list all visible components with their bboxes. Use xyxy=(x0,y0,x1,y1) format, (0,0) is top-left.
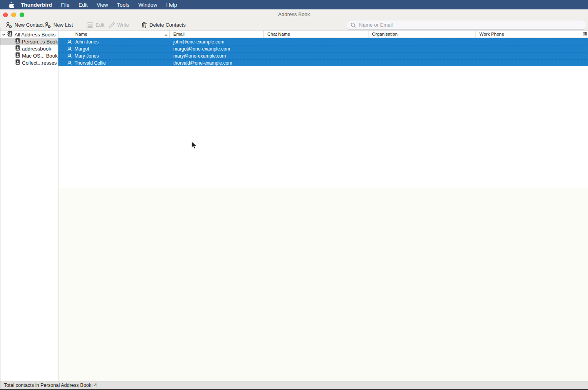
sidebar-item-label: Mac OS... Book xyxy=(22,53,58,59)
person-add-icon xyxy=(44,22,51,28)
contact-name: Thorvald Collie xyxy=(74,60,106,66)
person-icon xyxy=(67,54,72,58)
title-bar: Address Book xyxy=(0,9,588,20)
contact-row[interactable]: John Jones john@one-example.com xyxy=(58,38,588,45)
sidebar-item-label: Person...s Book xyxy=(22,39,58,45)
search-input[interactable] xyxy=(358,22,585,28)
contact-card-icon xyxy=(87,22,93,28)
search-icon xyxy=(350,22,356,28)
sidebar-item-mac-os-book[interactable]: Mac OS... Book xyxy=(0,52,58,59)
contact-organisation xyxy=(368,45,476,52)
contact-row[interactable]: Mary Jones mary@one-example.com xyxy=(58,52,588,59)
contact-organisation xyxy=(368,60,476,66)
new-list-label: New List xyxy=(53,22,73,28)
sort-ascending-icon xyxy=(164,32,168,37)
contact-name: Margot xyxy=(74,46,89,52)
delete-contacts-button[interactable]: Delete Contacts xyxy=(142,20,186,30)
contact-row[interactable]: Margot margot@one-example.com xyxy=(58,45,588,52)
sidebar-item-collected-addresses[interactable]: Collect...resses xyxy=(0,59,58,66)
table-header: Name Email Chat Name Organisation xyxy=(58,31,588,38)
contact-work-phone xyxy=(476,45,582,52)
person-icon xyxy=(67,40,72,44)
column-header-organisation[interactable]: Organisation xyxy=(368,31,476,38)
column-picker-button[interactable] xyxy=(582,31,588,38)
contact-email: mary@one-example.com xyxy=(170,52,264,59)
menu-bar: Thunderbird File Edit View Tools Window … xyxy=(0,0,588,9)
contact-chat-name xyxy=(264,52,368,59)
column-header-work-phone[interactable]: Work Phone xyxy=(476,31,582,38)
contact-list-pane: Name Email Chat Name Organisation xyxy=(58,31,588,381)
contact-chat-name xyxy=(264,38,368,45)
column-picker-icon xyxy=(583,32,588,36)
contact-row[interactable]: Thorvald Collie thorvald@one-example.com xyxy=(58,59,588,66)
address-book-icon xyxy=(15,52,20,59)
menu-item-help[interactable]: Help xyxy=(166,2,177,8)
new-list-button[interactable]: New List xyxy=(44,20,73,30)
toolbar: New Contact New List Edit xyxy=(0,20,588,31)
menu-item-tools[interactable]: Tools xyxy=(117,2,130,8)
menu-item-edit[interactable]: Edit xyxy=(78,2,87,8)
contact-email: john@one-example.com xyxy=(170,38,264,45)
sidebar-item-label: All Address Books xyxy=(15,32,56,38)
column-header-chat-name[interactable]: Chat Name xyxy=(264,31,368,38)
status-text: Total contacts in Personal Address Book:… xyxy=(4,383,97,388)
contact-organisation xyxy=(368,38,476,45)
menu-item-file[interactable]: File xyxy=(61,2,70,8)
contact-work-phone xyxy=(476,60,582,66)
write-label: Write xyxy=(117,22,129,28)
menu-item-thunderbird[interactable]: Thunderbird xyxy=(21,2,52,8)
window-left-edge xyxy=(0,27,0,390)
contact-work-phone xyxy=(476,52,582,59)
contact-name: John Jones xyxy=(74,39,98,45)
write-button[interactable]: Write xyxy=(109,20,129,30)
sidebar-item-personal-address-book[interactable]: Person...s Book xyxy=(0,38,58,45)
column-header-email[interactable]: Email xyxy=(170,31,264,38)
person-icon xyxy=(67,61,72,65)
menu-item-window[interactable]: Window xyxy=(138,2,157,8)
apple-menu-icon[interactable] xyxy=(8,2,14,8)
column-header-name[interactable]: Name xyxy=(58,31,170,38)
contact-detail-pane xyxy=(58,187,588,381)
contact-email: margot@one-example.com xyxy=(170,45,264,52)
sidebar-item-label: addressbook xyxy=(22,46,51,52)
contact-name: Mary Jones xyxy=(74,53,99,59)
search-box[interactable] xyxy=(347,20,585,30)
chevron-down-icon[interactable] xyxy=(2,33,6,36)
person-add-icon xyxy=(5,22,12,28)
sidebar-item-all-address-books[interactable]: All Address Books xyxy=(0,31,58,38)
sidebar-item-addressbook[interactable]: addressbook xyxy=(0,45,58,52)
main-area: All Address Books Person...s Book xyxy=(0,31,588,381)
edit-label: Edit xyxy=(96,22,104,28)
edit-button[interactable]: Edit xyxy=(87,20,104,30)
delete-contacts-label: Delete Contacts xyxy=(149,22,186,28)
contact-work-phone xyxy=(476,38,582,45)
address-book-icon xyxy=(15,38,20,45)
contact-chat-name xyxy=(264,60,368,66)
trash-icon xyxy=(142,22,147,28)
new-contact-button[interactable]: New Contact xyxy=(5,20,44,30)
sidebar-item-label: Collect...resses xyxy=(22,60,57,66)
address-book-icon xyxy=(15,45,20,52)
new-contact-label: New Contact xyxy=(15,22,44,28)
address-book-window: Address Book New Contact xyxy=(0,9,588,390)
window-title: Address Book xyxy=(0,11,588,17)
contact-organisation xyxy=(368,52,476,59)
contact-chat-name xyxy=(264,45,368,52)
address-books-sidebar: All Address Books Person...s Book xyxy=(0,31,58,381)
contact-email: thorvald@one-example.com xyxy=(170,60,264,66)
address-book-icon xyxy=(7,31,13,38)
contact-rows: John Jones john@one-example.com xyxy=(58,38,588,66)
address-book-icon xyxy=(15,59,20,66)
pencil-icon xyxy=(109,22,115,28)
person-icon xyxy=(67,47,72,51)
menu-item-view[interactable]: View xyxy=(97,2,108,8)
status-bar: Total contacts in Personal Address Book:… xyxy=(0,381,588,389)
